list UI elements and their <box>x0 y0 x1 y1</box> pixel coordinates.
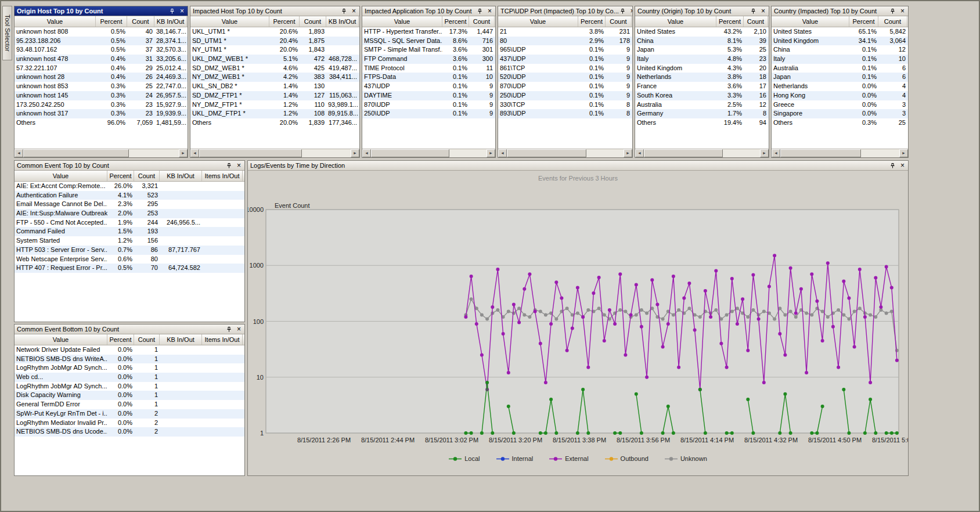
table-row[interactable]: LogRhythm JobMgr AD Synch...0.0%1 <box>15 382 244 391</box>
column-header-count[interactable]: Count <box>134 334 160 345</box>
table-row[interactable]: unknown host 3170.3%2319,939.9... <box>15 109 188 118</box>
pin-icon[interactable] <box>889 8 896 15</box>
table-row[interactable]: FTP - 550 - Cmd Not Accepted...1.9%24424… <box>15 218 244 228</box>
table-row[interactable]: SMTP - Simple Mail Transf...3.6%301 <box>362 45 495 55</box>
table-row[interactable]: Others0.3%25 <box>772 118 908 128</box>
table-row[interactable]: 250\UDP0.1%9 <box>498 91 632 100</box>
table-row[interactable]: NETBIOS SMB-DS dns Ucode...0.0%2 <box>15 427 244 437</box>
panel-titlebar[interactable]: Logs/Events by Time by Direction × <box>248 161 908 171</box>
table-row[interactable]: SD_DMZ_WEB1 *4.6%425419,487... <box>190 64 359 73</box>
column-header-value[interactable]: Value <box>498 16 578 27</box>
scroll-thumb[interactable] <box>23 149 129 157</box>
close-icon[interactable]: × <box>235 326 243 333</box>
table-row[interactable]: Email Message Cannot Be Del...2.3%295 <box>15 200 244 209</box>
scroll-track[interactable] <box>371 149 487 157</box>
scroll-track[interactable] <box>644 149 760 157</box>
table-row[interactable]: System Started1.2%156 <box>15 236 244 246</box>
horizontal-scrollbar[interactable]: ◄► <box>635 149 769 157</box>
horizontal-scrollbar[interactable]: ◄► <box>15 149 188 157</box>
scroll-left-icon[interactable]: ◄ <box>15 149 23 157</box>
table-row[interactable]: 870\UDP0.1%9 <box>362 100 495 110</box>
table-row[interactable]: Network Driver Update Failed0.0%1 <box>15 345 244 355</box>
column-header-value[interactable]: Value <box>15 171 107 181</box>
column-header-percent[interactable]: Percent <box>716 16 744 27</box>
table-row[interactable]: Singapore0.0%3 <box>772 109 908 118</box>
panel-titlebar[interactable]: Impacted Host Top 10 by Count × <box>190 6 359 16</box>
pin-icon[interactable] <box>476 8 484 15</box>
scroll-thumb[interactable] <box>780 149 861 157</box>
pin-icon[interactable] <box>225 162 233 170</box>
table-row[interactable]: Italy4.8%23 <box>635 55 769 64</box>
column-header-count[interactable]: Count <box>744 16 768 27</box>
scroll-right-icon[interactable]: ► <box>624 149 632 157</box>
column-header-value[interactable]: Value <box>772 16 849 27</box>
table-row[interactable]: FTPS-Data0.1%10 <box>362 73 495 82</box>
table-row[interactable]: LogRhythm JobMgr AD Synch...0.0%1 <box>15 363 244 373</box>
table-row[interactable]: Others96.0%7,0591,481,59... <box>15 118 188 128</box>
scroll-track[interactable] <box>780 149 899 157</box>
column-header-value[interactable]: Value <box>15 16 96 27</box>
table-row[interactable]: 437\UDP0.1%9 <box>362 82 495 91</box>
table-row[interactable]: Command Failed1.5%193 <box>15 227 244 236</box>
column-header-percent[interactable]: Percent <box>578 16 606 27</box>
legend-item-internal[interactable]: Internal <box>496 455 534 462</box>
table-row[interactable]: SD_UTM1 *20.4%1,875 <box>190 37 359 46</box>
scroll-right-icon[interactable]: ► <box>760 149 769 157</box>
table-row[interactable]: unknown host 4780.4%3133,205.6... <box>15 55 188 64</box>
column-header-count[interactable]: Count <box>878 16 907 27</box>
table-row[interactable]: LogRhythm Mediator Invalid Pr...0.0%2 <box>15 419 244 428</box>
table-row[interactable]: France3.6%17 <box>635 82 769 91</box>
close-icon[interactable]: × <box>899 8 906 15</box>
tool-selector-tab[interactable]: Tool Selector <box>2 6 12 60</box>
column-header-count[interactable]: Count <box>127 16 154 27</box>
scroll-thumb[interactable] <box>199 149 302 157</box>
scroll-thumb[interactable] <box>371 149 449 157</box>
legend-item-local[interactable]: Local <box>449 455 480 462</box>
column-header-kb-in-out[interactable]: KB In/Out <box>160 171 202 181</box>
table-row[interactable]: DAYTIME0.1%9 <box>362 91 495 100</box>
table-row[interactable]: Germany1.7%8 <box>635 109 769 118</box>
table-row[interactable]: Disk Capacity Warning0.0%1 <box>15 391 244 400</box>
table-row[interactable]: Authentication Failure4.1%523 <box>15 191 244 200</box>
scroll-right-icon[interactable]: ► <box>351 149 359 157</box>
table-row[interactable]: Hong Kong0.0%4 <box>772 91 908 100</box>
table-row[interactable]: 57.32.221.1070.4%2925,012.4... <box>15 64 188 73</box>
panel-titlebar[interactable]: Country (Impacted) Top 10 by Count × <box>772 6 908 16</box>
column-header-count[interactable]: Count <box>606 16 632 27</box>
table-row[interactable]: AIE: Ext:Accnt Comp:Remote...26.0%3,321 <box>15 182 244 191</box>
table-row[interactable]: UKL_DMZ_WEB1 *5.1%472468,728... <box>190 55 359 64</box>
close-icon[interactable]: × <box>759 8 767 15</box>
close-icon[interactable]: × <box>629 8 632 15</box>
table-row[interactable]: Others19.4%94 <box>635 118 769 128</box>
column-header-items-in-out[interactable]: Items In/Out <box>202 334 243 345</box>
column-header-count[interactable]: Count <box>300 16 326 27</box>
table-row[interactable]: 965\UDP0.1%9 <box>498 45 632 55</box>
table-row[interactable]: 330\TCP0.1%8 <box>498 100 632 110</box>
column-header-percent[interactable]: Percent <box>849 16 878 27</box>
table-row[interactable]: HTTP - Hypertext Transfer...17.3%1,447 <box>362 27 495 37</box>
horizontal-scrollbar[interactable]: ◄► <box>498 149 632 157</box>
column-header-value[interactable]: Value <box>15 334 107 345</box>
table-row[interactable]: MSSQL - SQL Server Data...8.6%716 <box>362 37 495 46</box>
column-header-percent[interactable]: Percent <box>107 334 134 345</box>
legend-item-outbound[interactable]: Outbound <box>605 455 648 462</box>
table-row[interactable]: unknown host 1450.3%2426,957.5... <box>15 91 188 100</box>
scroll-right-icon[interactable]: ► <box>899 149 908 157</box>
table-row[interactable]: China0.1%12 <box>772 45 908 55</box>
table-row[interactable]: FTP Command3.6%300 <box>362 55 495 64</box>
table-row[interactable]: 870\UDP0.1%9 <box>498 82 632 91</box>
scroll-thumb[interactable] <box>644 149 723 157</box>
panel-titlebar[interactable]: TCP\UDP Port (Impacted) Top 10 by Co... … <box>498 6 632 16</box>
table-row[interactable]: United States65.1%5,842 <box>772 27 908 37</box>
table-row[interactable]: 520\UDP0.1%9 <box>498 73 632 82</box>
table-row[interactable]: Web Netscape Enterprise Serv...0.6%80 <box>15 255 244 264</box>
table-row[interactable]: NY_DMZ_WEB1 *4.2%383384,411... <box>190 73 359 82</box>
close-icon[interactable]: × <box>486 8 493 15</box>
table-row[interactable]: UKL_SN_DB2 *1.4%130 <box>190 82 359 91</box>
column-header-percent[interactable]: Percent <box>96 16 127 27</box>
panel-titlebar[interactable]: Country (Origin) Top 10 by Count × <box>635 6 769 16</box>
scroll-left-icon[interactable]: ◄ <box>362 149 371 157</box>
table-row[interactable]: HTTP 407 : Request Error - Pr...0.5%7064… <box>15 264 244 273</box>
panel-titlebar[interactable]: Common Event Top 10 by Count × <box>15 161 244 171</box>
table-row[interactable]: United Kingdom4.3%20 <box>635 64 769 73</box>
